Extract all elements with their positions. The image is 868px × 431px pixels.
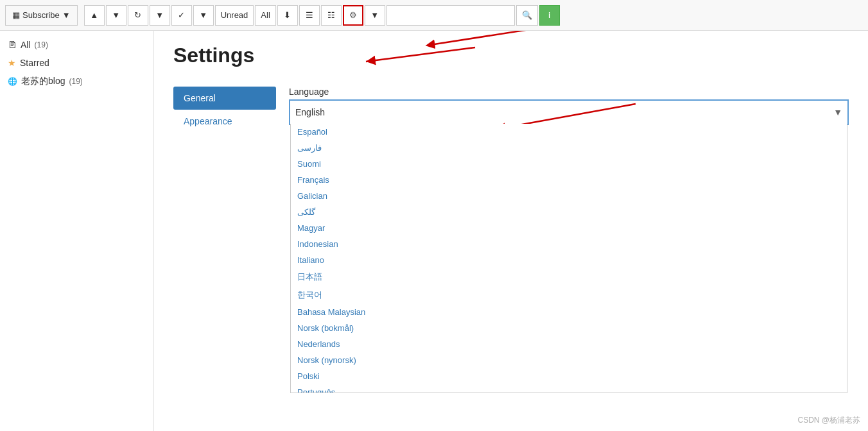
lang-option-galician[interactable]: Galician <box>291 188 847 204</box>
info-button[interactable]: i <box>539 5 560 26</box>
unread-filter-button[interactable]: Unread <box>215 5 254 26</box>
subscribe-button[interactable]: ▦ Subscribe ▼ <box>5 5 78 26</box>
refresh-button[interactable]: ↻ <box>128 5 148 26</box>
lang-option-norsk-nynorsk[interactable]: Norsk (nynorsk) <box>291 352 847 368</box>
lang-option-espanol[interactable]: Español <box>291 124 847 140</box>
language-dropdown[interactable]: Español فارسی Suomi Français Galician گل… <box>290 124 847 393</box>
lang-option-korean[interactable]: 한국어 <box>291 286 847 304</box>
lang-option-suomi[interactable]: Suomi <box>291 156 847 172</box>
star-icon: ★ <box>8 58 16 68</box>
download-button[interactable]: ⬇ <box>277 5 298 26</box>
list-view-button[interactable]: ☰ <box>299 5 320 26</box>
settings-dropdown-button[interactable]: ▼ <box>365 5 385 26</box>
subscribe-dropdown-arrow: ▼ <box>62 10 71 20</box>
mark-dropdown-button[interactable]: ▼ <box>193 5 214 26</box>
watermark: CSDN @杨浦老苏 <box>797 415 860 426</box>
lang-option-nederlands[interactable]: Nederlands <box>291 336 847 352</box>
mark-read-button[interactable]: ✓ <box>171 5 192 26</box>
language-select-wrapper: English ▼ Español فارسی Suomi Français G… <box>289 99 849 125</box>
sidebar-starred-label: Starred <box>20 58 49 68</box>
sidebar-all-label: All <box>21 40 31 50</box>
lang-option-farsi[interactable]: فارسی <box>291 140 847 156</box>
dropdown-arrow-button[interactable]: ▼ <box>150 5 170 26</box>
search-button[interactable]: 🔍 <box>516 5 538 26</box>
select-arrow-icon: ▼ <box>833 107 842 117</box>
sidebar-item-blog[interactable]: 🌐 老苏的blog (19) <box>0 72 153 91</box>
nav-item-general[interactable]: General <box>173 87 276 110</box>
lang-option-italiano[interactable]: Italiano <box>291 252 847 268</box>
lang-option-polski[interactable]: Polski <box>291 368 847 384</box>
rss-icon: ▦ <box>12 10 20 20</box>
content-area: Settings General Appearance Language Eng… <box>154 31 868 431</box>
blog-icon: 🌐 <box>8 77 17 86</box>
settings-layout: General Appearance Language English ▼ Es… <box>173 87 849 431</box>
lang-option-bahasa[interactable]: Bahasa Malaysian <box>291 304 847 320</box>
toolbar: ▦ Subscribe ▼ ▲ ▼ ↻ ▼ ✓ ▼ Unread All ⬇ ☰… <box>0 0 868 31</box>
lang-option-gilaki[interactable]: گلکی <box>291 204 847 220</box>
main-layout: 🖹 All (19) ★ Starred 🌐 老苏的blog (19) <box>0 31 868 431</box>
sidebar: 🖹 All (19) ★ Starred 🌐 老苏的blog (19) <box>0 31 154 431</box>
lang-option-francais[interactable]: Français <box>291 172 847 188</box>
lang-option-indonesian[interactable]: Indonesian <box>291 236 847 252</box>
settings-content: Language English ▼ Español فارسی Suomi F… <box>276 87 849 431</box>
lang-option-portugues[interactable]: Português <box>291 384 847 393</box>
sidebar-blog-count: (19) <box>69 77 82 86</box>
subscribe-label: Subscribe <box>22 10 60 20</box>
svg-line-3 <box>430 31 603 45</box>
language-form-group: Language English ▼ Español فارسی Suomi F… <box>289 87 849 125</box>
settings-button[interactable]: ⚙ <box>343 5 363 26</box>
search-input[interactable] <box>386 5 515 26</box>
language-selected-value: English <box>295 107 833 117</box>
page-title: Settings <box>173 44 849 67</box>
lang-option-magyar[interactable]: Magyar <box>291 220 847 236</box>
expanded-view-button[interactable]: ☷ <box>321 5 342 26</box>
sidebar-all-count: (19) <box>35 40 48 49</box>
lang-option-japanese[interactable]: 日本語 <box>291 268 847 286</box>
prev-button[interactable]: ▲ <box>84 5 105 26</box>
settings-nav: General Appearance <box>173 87 276 431</box>
sidebar-blog-label: 老苏的blog <box>21 76 65 87</box>
lang-option-norsk-bokmal[interactable]: Norsk (bokmål) <box>291 320 847 336</box>
all-filter-button[interactable]: All <box>255 5 275 26</box>
next-button[interactable]: ▼ <box>106 5 126 26</box>
sidebar-item-starred[interactable]: ★ Starred <box>0 54 153 72</box>
language-label: Language <box>289 87 849 97</box>
inbox-icon: 🖹 <box>8 40 17 50</box>
sidebar-item-all[interactable]: 🖹 All (19) <box>0 36 153 54</box>
nav-item-appearance[interactable]: Appearance <box>173 110 276 133</box>
